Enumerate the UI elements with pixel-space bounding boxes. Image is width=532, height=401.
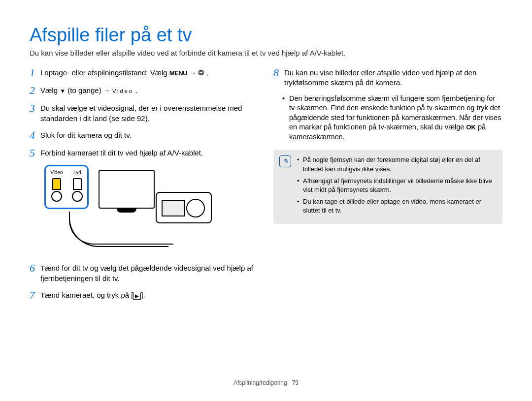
- step-text-end: ].: [141, 291, 145, 299]
- page-title: Afspille filer på et tv: [30, 25, 502, 46]
- note-box: ✎ På nogle fjernsyn kan der forekomme di…: [273, 150, 502, 224]
- step-5: 5 Forbind kameraet til dit tv ved hjælp …: [30, 147, 259, 159]
- step-1: 1 I optage- eller afspilningstilstand: V…: [30, 67, 259, 79]
- step-text: Sluk for dit kamera og dit tv.: [40, 129, 132, 141]
- footer-page-number: 79: [292, 379, 299, 386]
- step-number: 8: [273, 67, 284, 88]
- jack-ring-icon: [51, 191, 62, 202]
- step-8-bullet: Den berøringsfølsomme skærm vil fungere …: [289, 94, 502, 142]
- audio-plug-icon: [73, 178, 82, 190]
- step-number: 6: [30, 262, 40, 283]
- note-item: På nogle fjernsyn kan der forekomme digi…: [297, 155, 496, 173]
- step-number: 7: [30, 289, 40, 301]
- jack-ring-icon: [72, 191, 83, 202]
- step-text: Vælg: [40, 86, 60, 94]
- jack-audio-label: Lyd: [72, 169, 83, 176]
- step-3: 3 Du skal vælge et videosignal, der er i…: [30, 102, 259, 123]
- step-text: I optage- eller afspilningstilstand: Væl…: [40, 68, 169, 77]
- step-number: 1: [30, 67, 40, 79]
- right-column: 8 Du kan nu vise billeder eller afspille…: [273, 67, 502, 374]
- step-text: Tænd kameraet, og tryk på [: [40, 291, 133, 299]
- step-text: Du kan nu vise billeder eller afspille v…: [284, 67, 502, 88]
- av-jacks-callout: Video Lyd: [44, 165, 89, 209]
- menu-icon: MENU: [169, 69, 187, 78]
- note-icon: ✎: [279, 155, 291, 167]
- note-item: Afhængigt af fjernsynets indstillinger v…: [297, 177, 496, 194]
- step-number: 3: [30, 102, 40, 123]
- ok-icon: OK: [466, 123, 476, 132]
- step-text-end: .: [207, 68, 209, 77]
- step-text: Tænd for dit tv og vælg det pågældende v…: [40, 262, 259, 283]
- cable-icon: [69, 214, 173, 245]
- connection-diagram: Video Lyd: [44, 165, 259, 253]
- step-6: 6 Tænd for dit tv og vælg det pågældende…: [30, 262, 259, 283]
- step-number: 5: [30, 147, 40, 159]
- arrow-icon: →: [103, 87, 110, 94]
- chevron-down-icon: ▼: [60, 87, 66, 95]
- gear-icon: ❂: [198, 68, 204, 78]
- playback-button-icon: ▶: [133, 293, 141, 300]
- step-text: (to gange): [67, 86, 103, 94]
- step-8: 8 Du kan nu vise billeder eller afspille…: [273, 67, 502, 88]
- video-label: Video: [112, 88, 133, 94]
- step-2: 2 Vælg ▼ (to gange) → Video .: [30, 85, 259, 96]
- page-subtitle: Du kan vise billeder eller afspille vide…: [30, 49, 502, 57]
- footer-section: Afspilning/redigering: [233, 379, 287, 386]
- step-4: 4 Sluk for dit kamera og dit tv.: [30, 129, 259, 141]
- step-text: Du skal vælge et videosignal, der er i o…: [40, 102, 259, 123]
- jack-video-label: Video: [50, 169, 63, 176]
- content-columns: 1 I optage- eller afspilningstilstand: V…: [30, 67, 502, 374]
- arrow-icon: →: [189, 69, 196, 77]
- page-footer: Afspilning/redigering 79: [30, 374, 502, 386]
- video-plug-icon: [52, 178, 61, 190]
- step-text: Forbind kameraet til dit tv ved hjælp af…: [40, 147, 203, 159]
- note-item: Du kan tage et billede eller optage en v…: [297, 197, 496, 215]
- tv-icon: [99, 170, 155, 209]
- step-number: 2: [30, 85, 40, 96]
- step-7: 7 Tænd kameraet, og tryk på [▶].: [30, 289, 259, 301]
- step-number: 4: [30, 129, 40, 141]
- step-text-end: .: [135, 86, 137, 94]
- left-column: 1 I optage- eller afspilningstilstand: V…: [30, 67, 259, 374]
